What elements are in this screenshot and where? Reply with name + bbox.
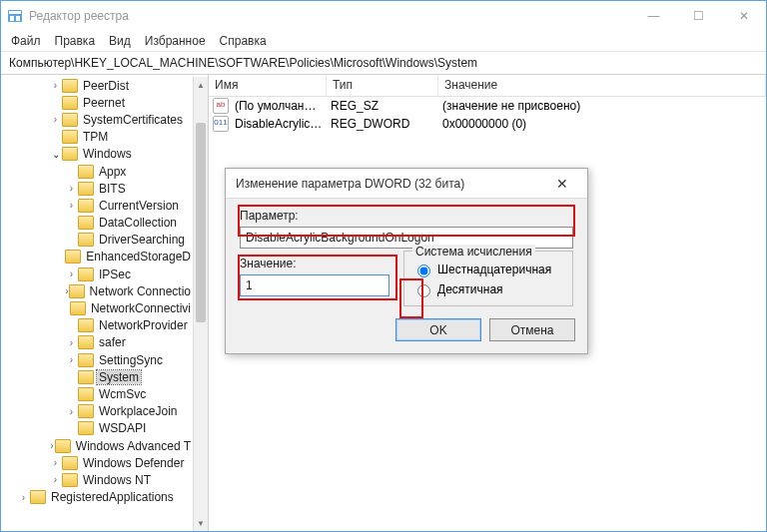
radio-hex[interactable] — [417, 265, 430, 277]
tree-item[interactable]: ›PeerDist — [1, 77, 193, 94]
tree-item[interactable]: ⌄Windows — [1, 146, 193, 163]
scroll-down-icon[interactable]: ▼ — [194, 515, 208, 531]
value-input[interactable] — [240, 274, 389, 296]
chevron-right-icon[interactable]: › — [17, 491, 30, 504]
value-label: Значение: — [240, 257, 389, 270]
tree-item-label: WcmSvc — [97, 387, 148, 401]
chevron-right-icon[interactable]: › — [65, 353, 78, 366]
folder-icon — [62, 113, 78, 127]
tree-scrollbar[interactable]: ▲ ▼ — [193, 77, 208, 531]
tree-item[interactable]: DriverSearching — [1, 232, 193, 249]
tree-item-label: Peernet — [81, 96, 127, 110]
folder-icon — [65, 250, 81, 264]
tree-item[interactable]: ›WorkplaceJoin — [1, 403, 193, 420]
tree-item[interactable]: System — [1, 368, 193, 385]
tree-item[interactable]: DataCollection — [1, 215, 193, 232]
tree-item[interactable]: ›Windows Advanced T — [1, 437, 193, 454]
folder-icon — [62, 473, 78, 487]
chevron-right-icon[interactable]: › — [49, 456, 62, 469]
tree-item[interactable]: WSDAPI — [1, 420, 193, 437]
menu-favorites[interactable]: Избранное — [145, 34, 206, 48]
folder-icon — [78, 421, 94, 435]
menu-view[interactable]: Вид — [109, 34, 131, 48]
col-type[interactable]: Тип — [327, 75, 438, 96]
list-header: Имя Тип Значение — [209, 75, 766, 97]
maximize-button[interactable]: ☐ — [676, 1, 721, 31]
tree-item-label: NetworkProvider — [97, 318, 190, 332]
chevron-right-icon[interactable]: › — [65, 405, 78, 418]
chevron-right-icon[interactable]: › — [49, 113, 62, 126]
menu-edit[interactable]: Правка — [55, 34, 96, 48]
tree-item[interactable]: ›SettingSync — [1, 351, 193, 368]
tree-item[interactable]: ›RegisteredApplications — [1, 489, 193, 506]
scroll-up-icon[interactable]: ▲ — [194, 77, 208, 93]
ok-button[interactable]: OK — [395, 318, 481, 341]
svg-rect-1 — [9, 11, 21, 14]
tree-item[interactable]: NetworkConnectivi — [1, 299, 193, 316]
tree-item-label: EnhancedStorageD — [84, 250, 193, 264]
tree-item[interactable]: ›safer — [1, 334, 193, 351]
tree-item-label: DataCollection — [97, 216, 179, 230]
chevron-right-icon[interactable]: › — [65, 182, 78, 195]
svg-rect-3 — [16, 16, 20, 21]
tree-item[interactable]: EnhancedStorageD — [1, 249, 193, 266]
chevron-right-icon[interactable]: › — [49, 473, 62, 486]
chevron-right-icon[interactable]: › — [49, 439, 55, 452]
tree-spacer — [49, 96, 62, 109]
col-name[interactable]: Имя — [209, 75, 327, 96]
app-icon — [7, 8, 23, 24]
tree-item-label: DriverSearching — [97, 233, 187, 247]
tree-item[interactable]: WcmSvc — [1, 385, 193, 402]
chevron-right-icon[interactable]: › — [65, 336, 78, 349]
folder-icon — [70, 301, 86, 315]
tree-item[interactable]: ›Network Connectio — [1, 282, 193, 299]
radio-hex-label: Шестнадцатеричная — [437, 263, 551, 276]
tree-item[interactable]: Peernet — [1, 94, 193, 111]
tree-item[interactable]: ›IPSec — [1, 266, 193, 282]
tree-item-label: WorkplaceJoin — [97, 404, 179, 418]
tree-item[interactable]: ›Windows NT — [1, 471, 193, 488]
cancel-button[interactable]: Отмена — [489, 318, 575, 341]
titlebar: Редактор реестра — ☐ ✕ — [1, 1, 766, 31]
svg-rect-2 — [10, 16, 14, 21]
scroll-thumb[interactable] — [196, 123, 206, 322]
cell-name: (По умолчанию) — [231, 99, 327, 113]
folder-icon — [62, 147, 78, 161]
menu-file[interactable]: Файл — [11, 34, 41, 48]
tree-item[interactable]: ›Windows Defender — [1, 454, 193, 471]
address-bar[interactable]: Компьютер\HKEY_LOCAL_MACHINE\SOFTWARE\Po… — [1, 51, 766, 75]
tree-item[interactable]: ›BITS — [1, 180, 193, 197]
radio-dec[interactable] — [417, 284, 430, 297]
list-row[interactable]: ab(По умолчанию)REG_SZ(значение не присв… — [209, 97, 766, 115]
tree-item[interactable]: ›SystemCertificates — [1, 111, 193, 128]
chevron-right-icon[interactable]: › — [65, 199, 78, 212]
folder-icon — [62, 79, 78, 93]
minimize-button[interactable]: — — [631, 1, 676, 31]
tree-item[interactable]: TPM — [1, 129, 193, 146]
tree-spacer — [65, 165, 78, 178]
window-title: Редактор реестра — [29, 9, 631, 23]
menu-help[interactable]: Справка — [220, 34, 267, 48]
chevron-right-icon[interactable]: › — [65, 267, 78, 280]
tree-item[interactable]: NetworkProvider — [1, 317, 193, 334]
folder-icon — [78, 370, 94, 384]
tree-spacer — [49, 131, 62, 144]
tree-item-label: safer — [97, 335, 128, 349]
folder-icon — [78, 353, 94, 367]
tree-item-label: WSDAPI — [97, 421, 148, 435]
tree-spacer — [65, 387, 78, 400]
tree-pane: ›PeerDistPeernet›SystemCertificatesTPM⌄W… — [1, 75, 209, 531]
list-row[interactable]: 011DisableAcrylicBa...REG_DWORD0x0000000… — [209, 115, 766, 133]
tree-item[interactable]: Appx — [1, 163, 193, 180]
close-button[interactable]: ✕ — [721, 1, 766, 31]
tree-item[interactable]: ›CurrentVersion — [1, 197, 193, 214]
tree-item-label: BITS — [97, 182, 128, 196]
chevron-right-icon[interactable]: › — [49, 79, 62, 92]
chevron-down-icon[interactable]: ⌄ — [49, 148, 62, 161]
folder-icon — [69, 284, 85, 298]
col-value[interactable]: Значение — [438, 75, 766, 96]
tree-item-label: SettingSync — [97, 353, 165, 367]
dialog-close-button[interactable]: ✕ — [547, 176, 577, 192]
cell-value: 0x00000000 (0) — [438, 117, 766, 131]
folder-icon — [62, 456, 78, 470]
